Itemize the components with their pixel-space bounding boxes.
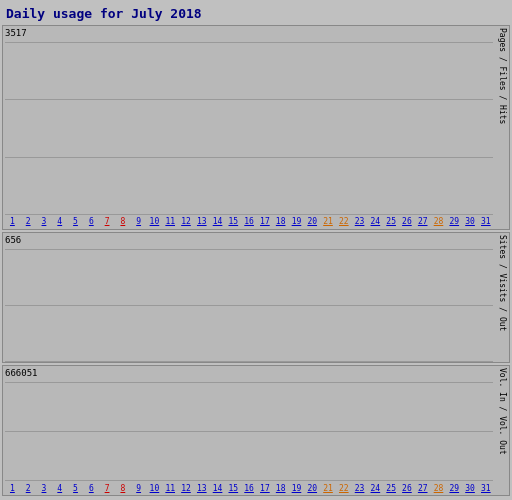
- x-label: 18: [273, 217, 288, 226]
- x-label-bot[interactable]: 12: [179, 484, 194, 493]
- x-label-bot[interactable]: 24: [368, 484, 383, 493]
- x-label-bot[interactable]: 26: [400, 484, 415, 493]
- x-label: 19: [289, 217, 304, 226]
- grid-line: [5, 157, 493, 158]
- mid-chart-section: 656 Sites / Visits / Out: [2, 232, 510, 363]
- x-label: 8: [115, 217, 130, 226]
- bot-bars-container: [3, 366, 495, 481]
- x-label-bot[interactable]: 30: [463, 484, 478, 493]
- x-label: 15: [226, 217, 241, 226]
- x-label-bot[interactable]: 8: [115, 484, 130, 493]
- x-label: 31: [478, 217, 493, 226]
- x-label: 11: [163, 217, 178, 226]
- x-label-bot[interactable]: 9: [131, 484, 146, 493]
- grid-line: [5, 214, 493, 215]
- top-right-label: Pages / Files / Hits: [495, 26, 509, 229]
- x-label-bot[interactable]: 15: [226, 484, 241, 493]
- top-grid: [5, 42, 493, 215]
- x-label: 1: [5, 217, 20, 226]
- x-label: 5: [68, 217, 83, 226]
- grid-line: [5, 431, 493, 432]
- x-label-bot[interactable]: 6: [84, 484, 99, 493]
- x-label: 3: [37, 217, 52, 226]
- x-label: 14: [210, 217, 225, 226]
- x-label: 24: [368, 217, 383, 226]
- x-label: 27: [415, 217, 430, 226]
- x-label: 12: [179, 217, 194, 226]
- x-label: 6: [84, 217, 99, 226]
- x-label-bot[interactable]: 21: [321, 484, 336, 493]
- x-label-bot[interactable]: 13: [194, 484, 209, 493]
- x-label-bot[interactable]: 25: [384, 484, 399, 493]
- x-label-bot[interactable]: 17: [258, 484, 273, 493]
- grid-line: [5, 249, 493, 250]
- x-label: 20: [305, 217, 320, 226]
- bot-right-label: Vol. In / Vol. Out: [495, 366, 509, 495]
- charts-wrapper: 3517 12345678910111213141516171819202122…: [2, 25, 510, 498]
- top-chart-section: 3517 12345678910111213141516171819202122…: [2, 25, 510, 230]
- bot-chart-section: 666051 123456789101112131415161718192021…: [2, 365, 510, 496]
- mid-chart-area: [3, 233, 495, 362]
- mid-right-label: Sites / Visits / Out: [495, 233, 509, 362]
- x-label: 13: [194, 217, 209, 226]
- x-label-bot[interactable]: 22: [336, 484, 351, 493]
- x-label-bot[interactable]: 19: [289, 484, 304, 493]
- x-label: 29: [447, 217, 462, 226]
- main-container: Daily usage for July 2018 3517 123456789…: [0, 0, 512, 500]
- x-label-bot[interactable]: 1: [5, 484, 20, 493]
- x-label-bot[interactable]: 31: [478, 484, 493, 493]
- x-label: 9: [131, 217, 146, 226]
- x-label-bot[interactable]: 16: [242, 484, 257, 493]
- x-label-bot[interactable]: 2: [21, 484, 36, 493]
- x-label-bot[interactable]: 14: [210, 484, 225, 493]
- x-label-bot[interactable]: 27: [415, 484, 430, 493]
- grid-line: [5, 480, 493, 481]
- x-label-bot[interactable]: 20: [305, 484, 320, 493]
- bot-grid: [5, 382, 493, 481]
- x-label-bot[interactable]: 10: [147, 484, 162, 493]
- top-chart-area: 1234567891011121314151617181920212223242…: [3, 26, 495, 229]
- grid-line: [5, 305, 493, 306]
- x-label-bot[interactable]: 29: [447, 484, 462, 493]
- chart-title: Daily usage for July 2018: [2, 4, 510, 25]
- x-label: 23: [352, 217, 367, 226]
- x-label-bot[interactable]: 28: [431, 484, 446, 493]
- mid-grid: [5, 249, 493, 362]
- x-label: 22: [336, 217, 351, 226]
- x-label: 30: [463, 217, 478, 226]
- grid-line: [5, 99, 493, 100]
- x-label: 2: [21, 217, 36, 226]
- x-label[interactable]: 28: [431, 217, 446, 226]
- x-label[interactable]: 7: [100, 217, 115, 226]
- x-label-bot[interactable]: 11: [163, 484, 178, 493]
- x-label-bot[interactable]: 7: [100, 484, 115, 493]
- x-label-bot[interactable]: 4: [52, 484, 67, 493]
- x-label-bot[interactable]: 5: [68, 484, 83, 493]
- x-label-bot[interactable]: 3: [37, 484, 52, 493]
- grid-line: [5, 42, 493, 43]
- grid-line: [5, 382, 493, 383]
- x-label-bot[interactable]: 18: [273, 484, 288, 493]
- x-label: 16: [242, 217, 257, 226]
- top-x-axis: 1234567891011121314151617181920212223242…: [3, 215, 495, 229]
- x-label: 26: [400, 217, 415, 226]
- top-bars-container: [3, 26, 495, 215]
- x-label: 25: [384, 217, 399, 226]
- bot-x-axis: 1234567891011121314151617181920212223242…: [3, 481, 495, 495]
- x-label: 10: [147, 217, 162, 226]
- mid-bars-container: [3, 233, 495, 362]
- grid-line: [5, 361, 493, 362]
- x-label: 4: [52, 217, 67, 226]
- bot-chart-area: 1234567891011121314151617181920212223242…: [3, 366, 495, 495]
- x-label[interactable]: 21: [321, 217, 336, 226]
- x-label-bot[interactable]: 23: [352, 484, 367, 493]
- x-label: 17: [258, 217, 273, 226]
